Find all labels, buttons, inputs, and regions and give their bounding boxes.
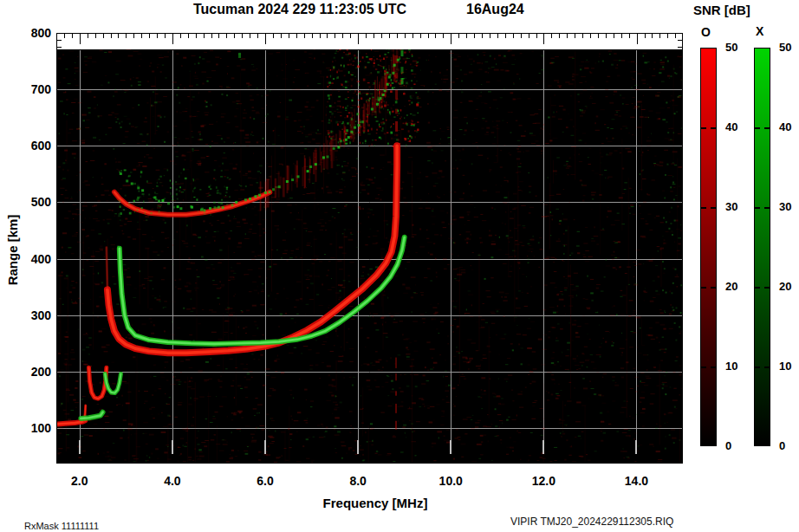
- y-axis-tick-label: 300: [31, 308, 51, 322]
- colorbar-tick-label: 50: [779, 41, 791, 54]
- x-axis-tick-label: 6.0: [257, 474, 273, 488]
- colorbar-tick-label: 30: [725, 200, 737, 213]
- x-axis-tick-label: 8.0: [349, 474, 366, 488]
- colorbar-tick-dash: [701, 367, 716, 368]
- ionogram-app: Tucuman 2024 229 11:23:05 UTC 16Aug24 SN…: [0, 0, 799, 532]
- x-axis-label: Frequency [MHz]: [315, 496, 436, 510]
- colorbar-tick-label: 40: [779, 120, 791, 133]
- x-axis-tick-label: 2.0: [71, 474, 88, 488]
- colorbar-x: [754, 48, 770, 446]
- colorbar-tick-label: 0: [725, 439, 731, 452]
- colorbar-tick-dash: [701, 127, 716, 129]
- colorbar-tick-label: 40: [725, 120, 737, 133]
- colorbar-tick-dash: [755, 207, 770, 209]
- y-axis-label: Range [km]: [5, 207, 20, 294]
- colorbar-tick-dash: [701, 207, 716, 209]
- y-axis-tick-label: 200: [31, 365, 51, 379]
- colorbar-tick-dash: [755, 367, 770, 368]
- x-axis-tick-label: 14.0: [625, 474, 648, 488]
- y-axis-tick-label: 700: [31, 82, 51, 96]
- y-axis-tick-label: 800: [31, 26, 51, 40]
- y-axis-tick-label: 500: [31, 195, 51, 209]
- colorbar-x-mode-label: X: [756, 24, 763, 38]
- y-axis-tick-label: 400: [31, 252, 51, 266]
- colorbar-tick-label: 10: [779, 360, 791, 373]
- colorbar-tick-label: 10: [725, 360, 737, 373]
- colorbar-o-mode-label: O: [701, 25, 711, 39]
- colorbar-tick-label: 20: [725, 280, 737, 293]
- colorbar-o: [700, 48, 717, 446]
- x-axis-tick-label: 12.0: [532, 474, 555, 488]
- rx-mask-text: RxMask 11111111: [24, 521, 99, 531]
- colorbar-tick-dash: [701, 287, 716, 289]
- ionogram-plot: [56, 33, 683, 464]
- y-axis-tick-label: 600: [31, 139, 51, 152]
- colorbar-tick-dash: [755, 287, 770, 289]
- x-axis-tick-label: 4.0: [164, 474, 180, 488]
- colorbar-tick-label: 20: [779, 280, 791, 293]
- colorbar-tick-label: 30: [779, 200, 791, 213]
- colorbar-tick-label: 0: [779, 439, 785, 452]
- colorbar-tick-label: 50: [725, 41, 737, 54]
- colorbar-tick-dash: [755, 127, 770, 129]
- y-axis-tick-label: 100: [31, 421, 51, 435]
- snr-colorbar-title: SNR [dB]: [693, 3, 750, 17]
- file-id-text: VIPIR TMJ20_2024229112305.RIQ: [510, 516, 673, 528]
- x-axis-tick-label: 10.0: [439, 474, 463, 488]
- page-title: Tucuman 2024 229 11:23:05 UTC: [193, 2, 406, 17]
- date-label: 16Aug24: [466, 2, 524, 17]
